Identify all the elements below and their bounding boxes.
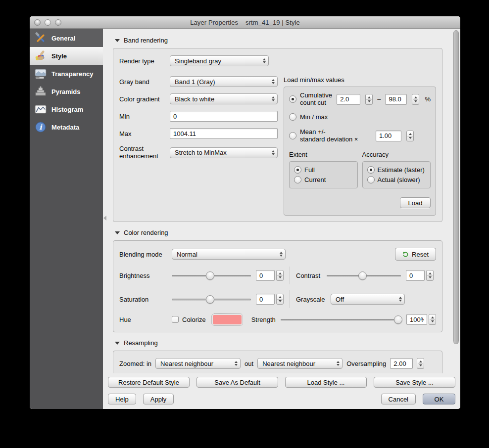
cumulative-from-input[interactable] xyxy=(337,94,360,105)
accuracy-estimate-radio[interactable] xyxy=(367,166,375,174)
minimize-button[interactable] xyxy=(45,19,51,26)
extent-current-radio[interactable] xyxy=(294,176,301,183)
blending-mode-label: Blending mode xyxy=(119,251,172,258)
oversampling-stepper[interactable] xyxy=(417,358,424,369)
sidebar-item-transparency[interactable]: Transparency xyxy=(30,65,103,83)
collapse-triangle-icon xyxy=(115,231,120,234)
slider-knob[interactable] xyxy=(206,295,214,304)
max-input[interactable] xyxy=(170,128,278,139)
dialog-footer: Restore Default Style Save As Default Lo… xyxy=(103,373,460,409)
contrast-label: Contrast xyxy=(296,272,327,279)
window-title: Layer Properties – srtm_41_19 | Style xyxy=(190,19,300,26)
contrast-slider[interactable] xyxy=(327,271,401,280)
mean-std-label: Mean +/- standard deviation × xyxy=(300,129,372,143)
extent-full-radio[interactable] xyxy=(294,166,301,174)
zoom-button[interactable] xyxy=(55,19,61,26)
color-rendering-header[interactable]: Color rendering xyxy=(115,229,442,236)
extent-current-label: Current xyxy=(304,176,326,183)
sidebar-item-pyramids[interactable]: Pyramids xyxy=(30,83,103,100)
color-gradient-value: Black to white xyxy=(175,95,214,103)
close-button[interactable] xyxy=(34,19,41,26)
help-button[interactable]: Help xyxy=(108,394,136,404)
range-dash: – xyxy=(377,95,381,103)
vertical-scrollbar[interactable] xyxy=(453,30,459,371)
tools-icon xyxy=(34,32,47,45)
transparency-icon xyxy=(34,67,47,80)
min-input[interactable] xyxy=(170,111,278,122)
resampling-frame: Zoomed: in Nearest neighbour out Nearest… xyxy=(113,351,442,373)
cumulative-to-input[interactable] xyxy=(385,94,407,105)
contrast-enhancement-value: Stretch to MinMax xyxy=(175,149,227,156)
slider-knob[interactable] xyxy=(394,315,402,324)
title-bar[interactable]: Layer Properties – srtm_41_19 | Style xyxy=(30,16,460,29)
contrast-stepper[interactable] xyxy=(426,270,434,281)
slider-knob[interactable] xyxy=(358,271,367,280)
contrast-enhancement-select[interactable]: Stretch to MinMax xyxy=(170,147,278,158)
brightness-input[interactable] xyxy=(256,270,275,281)
strength-slider[interactable] xyxy=(281,315,401,324)
resampling-header[interactable]: Resampling xyxy=(115,339,442,347)
blending-mode-value: Normal xyxy=(177,251,197,258)
style-page: Band rendering Render type Singleband gr… xyxy=(103,29,460,409)
ok-button[interactable]: OK xyxy=(423,394,455,404)
saturation-stepper[interactable] xyxy=(276,294,284,305)
zoomed-in-value: Nearest neighbour xyxy=(160,360,213,367)
min-max-radio[interactable] xyxy=(289,113,296,121)
save-as-default-button[interactable]: Save As Default xyxy=(196,377,278,388)
load-style-button[interactable]: Load Style ... xyxy=(285,377,367,388)
contrast-enhancement-label: Contrast enhancement xyxy=(119,145,170,160)
accuracy-title: Accuracy xyxy=(362,151,431,158)
colorize-checkbox[interactable] xyxy=(172,316,179,323)
blending-mode-select[interactable]: Normal xyxy=(172,249,286,260)
popup-arrows-icon xyxy=(260,58,266,63)
mean-std-input[interactable] xyxy=(376,131,401,141)
gray-band-select[interactable]: Band 1 (Gray) xyxy=(170,76,278,87)
traffic-lights xyxy=(34,19,61,26)
splitter-handle[interactable] xyxy=(103,216,106,221)
colorize-swatch[interactable] xyxy=(213,315,242,324)
sidebar-item-label: Style xyxy=(51,52,67,60)
cumulative-from-stepper[interactable] xyxy=(365,94,373,105)
brightness-slider[interactable] xyxy=(172,271,251,280)
apply-button[interactable]: Apply xyxy=(143,394,174,404)
load-minmax-group: Cumulative count cut – % xyxy=(284,87,436,216)
save-style-button[interactable]: Save Style ... xyxy=(374,377,455,388)
pyramids-icon xyxy=(34,85,47,98)
sidebar-item-style[interactable]: Style xyxy=(30,47,103,65)
zoomed-in-select[interactable]: Nearest neighbour xyxy=(155,358,241,369)
cumulative-count-cut-radio[interactable] xyxy=(289,95,296,103)
zoomed-in-label: Zoomed: in xyxy=(119,360,151,367)
mean-std-stepper[interactable] xyxy=(406,131,414,141)
accuracy-estimate-label: Estimate (faster) xyxy=(378,166,425,174)
saturation-input[interactable] xyxy=(256,294,275,305)
strength-stepper[interactable] xyxy=(429,314,436,325)
band-rendering-header[interactable]: Band rendering xyxy=(115,37,442,44)
sidebar-item-label: General xyxy=(51,35,75,42)
restore-default-style-button[interactable]: Restore Default Style xyxy=(108,377,190,388)
grayscale-value: Off xyxy=(336,296,344,303)
accuracy-actual-radio[interactable] xyxy=(367,176,375,183)
sidebar-item-general[interactable]: General xyxy=(30,29,103,47)
brightness-stepper[interactable] xyxy=(276,270,284,281)
oversampling-input[interactable] xyxy=(390,358,413,369)
mean-std-radio[interactable] xyxy=(289,132,296,139)
layer-properties-window: Layer Properties – srtm_41_19 | Style Ge… xyxy=(30,16,460,409)
render-type-select[interactable]: Singleband gray xyxy=(170,55,269,66)
slider-knob[interactable] xyxy=(206,271,214,280)
reset-button[interactable]: Reset xyxy=(395,248,436,261)
saturation-slider[interactable] xyxy=(172,295,251,304)
sidebar-item-histogram[interactable]: Histogram xyxy=(30,100,103,118)
zoomed-out-select[interactable]: Nearest neighbour xyxy=(257,358,342,369)
scrollbar-thumb[interactable] xyxy=(453,30,459,344)
color-gradient-select[interactable]: Black to white xyxy=(170,93,278,104)
sidebar-item-metadata[interactable]: i Metadata xyxy=(30,118,103,136)
cancel-button[interactable]: Cancel xyxy=(381,394,416,404)
popup-arrows-icon xyxy=(269,96,275,101)
grayscale-select[interactable]: Off xyxy=(331,294,405,305)
color-gradient-label: Color gradient xyxy=(119,95,170,103)
cumulative-to-stepper[interactable] xyxy=(412,94,419,105)
contrast-input[interactable] xyxy=(406,270,425,281)
load-button[interactable]: Load xyxy=(400,197,431,208)
saturation-label: Saturation xyxy=(119,296,172,303)
strength-input[interactable] xyxy=(406,314,427,325)
